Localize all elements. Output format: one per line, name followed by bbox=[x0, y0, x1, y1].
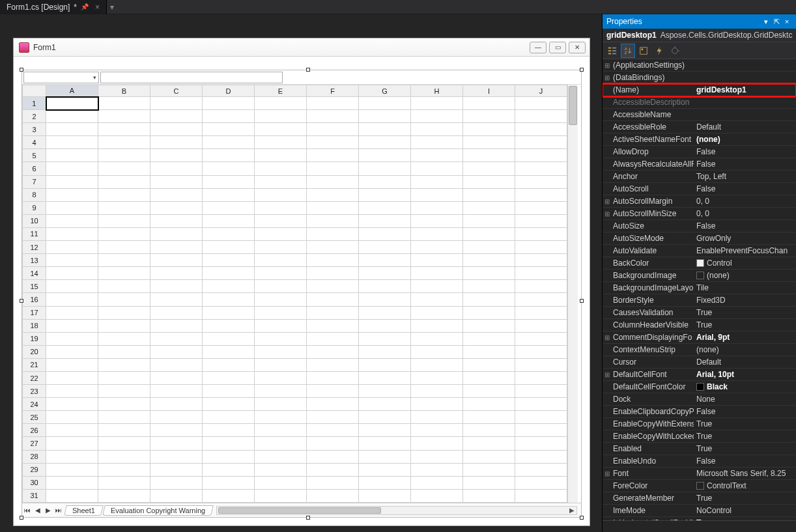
cell[interactable] bbox=[463, 188, 515, 201]
cell[interactable] bbox=[359, 332, 411, 345]
property-row[interactable]: BackgroundImageLayoTile bbox=[603, 282, 796, 294]
property-row[interactable]: EnableUndoFalse bbox=[603, 455, 796, 468]
row-header[interactable]: 27 bbox=[23, 437, 46, 450]
property-row[interactable]: IsHorizontalScrollBarVisTrue bbox=[603, 517, 796, 520]
cell[interactable] bbox=[98, 280, 150, 293]
prev-sheet-button[interactable]: ◀ bbox=[33, 505, 43, 516]
row-header[interactable]: 13 bbox=[23, 254, 46, 267]
property-row[interactable]: CursorDefault bbox=[603, 356, 796, 369]
cell[interactable] bbox=[463, 385, 515, 398]
property-row[interactable]: ⊞FontMicrosoft Sans Serif, 8.25 bbox=[603, 468, 796, 480]
property-row[interactable]: ⊞DefaultCellFontArial, 10pt bbox=[603, 369, 796, 381]
cell[interactable] bbox=[307, 254, 359, 267]
cell[interactable] bbox=[359, 149, 411, 162]
cell[interactable] bbox=[411, 385, 463, 398]
cell[interactable] bbox=[150, 123, 203, 136]
cell[interactable] bbox=[359, 411, 411, 424]
cell[interactable] bbox=[463, 319, 515, 332]
close-icon[interactable]: × bbox=[95, 3, 100, 12]
cell[interactable] bbox=[98, 489, 150, 502]
cell[interactable] bbox=[98, 476, 150, 489]
cell[interactable] bbox=[203, 254, 255, 267]
cell[interactable] bbox=[203, 214, 255, 227]
next-sheet-button[interactable]: ▶ bbox=[43, 505, 53, 516]
cell[interactable] bbox=[203, 306, 255, 319]
row-header[interactable]: 10 bbox=[23, 214, 46, 227]
cell[interactable] bbox=[46, 332, 98, 345]
cell[interactable] bbox=[255, 411, 307, 424]
cell[interactable] bbox=[515, 201, 567, 214]
cell[interactable] bbox=[411, 437, 463, 450]
property-row[interactable]: GenerateMemberTrue bbox=[603, 492, 796, 505]
property-value[interactable]: False bbox=[694, 221, 796, 231]
cell[interactable] bbox=[463, 267, 515, 280]
cell[interactable] bbox=[307, 280, 359, 293]
categorized-button[interactable] bbox=[605, 44, 619, 58]
cell[interactable] bbox=[515, 319, 567, 332]
cell[interactable] bbox=[255, 358, 307, 371]
cell[interactable] bbox=[46, 293, 98, 306]
cell[interactable] bbox=[203, 175, 255, 188]
properties-header[interactable]: Properties ▾ ⇱ × bbox=[603, 14, 796, 29]
cell[interactable] bbox=[463, 280, 515, 293]
formula-bar[interactable] bbox=[100, 72, 283, 83]
row-header[interactable]: 29 bbox=[23, 463, 46, 476]
cell[interactable] bbox=[463, 476, 515, 489]
property-row[interactable]: AnchorTop, Left bbox=[603, 171, 796, 183]
cell[interactable] bbox=[411, 136, 463, 149]
property-value[interactable]: Top, Left bbox=[694, 172, 796, 181]
property-row[interactable]: EnableClipboardCopyPFalse bbox=[603, 406, 796, 418]
cell[interactable] bbox=[515, 332, 567, 345]
property-row[interactable]: ImeModeNoControl bbox=[603, 505, 796, 517]
cell[interactable] bbox=[463, 201, 515, 214]
cell[interactable] bbox=[203, 227, 255, 240]
cell[interactable] bbox=[515, 227, 567, 240]
row-header[interactable]: 16 bbox=[23, 293, 46, 306]
cell[interactable] bbox=[411, 476, 463, 489]
cell[interactable] bbox=[411, 411, 463, 424]
cell[interactable] bbox=[46, 476, 98, 489]
property-row[interactable]: ⊞AutoScrollMinSize0, 0 bbox=[603, 208, 796, 220]
property-row[interactable]: ContextMenuStrip(none) bbox=[603, 344, 796, 356]
cell[interactable] bbox=[46, 489, 98, 502]
cell[interactable] bbox=[515, 280, 567, 293]
row-header[interactable]: 31 bbox=[23, 489, 46, 502]
cell[interactable] bbox=[411, 371, 463, 384]
cell[interactable] bbox=[463, 424, 515, 437]
property-row[interactable]: EnabledTrue bbox=[603, 443, 796, 455]
cell[interactable] bbox=[411, 227, 463, 240]
property-value[interactable]: Default bbox=[694, 122, 796, 132]
cell[interactable] bbox=[255, 254, 307, 267]
cell[interactable] bbox=[46, 463, 98, 476]
properties-button[interactable] bbox=[636, 44, 651, 58]
property-value[interactable]: False bbox=[694, 160, 796, 169]
cell[interactable] bbox=[150, 385, 203, 398]
cell[interactable] bbox=[515, 293, 567, 306]
cell[interactable] bbox=[463, 254, 515, 267]
cell[interactable] bbox=[463, 306, 515, 319]
cell[interactable] bbox=[46, 267, 98, 280]
row-header[interactable]: 3 bbox=[23, 123, 46, 136]
cell[interactable] bbox=[255, 489, 307, 502]
cell[interactable] bbox=[255, 97, 307, 110]
property-value[interactable]: Microsoft Sans Serif, 8.25 bbox=[694, 469, 796, 478]
cell[interactable] bbox=[463, 175, 515, 188]
cell[interactable] bbox=[46, 345, 98, 358]
cell[interactable] bbox=[98, 241, 150, 254]
cell[interactable] bbox=[203, 136, 255, 149]
cell[interactable] bbox=[46, 201, 98, 214]
cell[interactable] bbox=[255, 136, 307, 149]
cell[interactable] bbox=[515, 424, 567, 437]
cell[interactable] bbox=[359, 437, 411, 450]
cell[interactable] bbox=[98, 437, 150, 450]
cell[interactable] bbox=[463, 398, 515, 411]
cell[interactable] bbox=[150, 476, 203, 489]
name-box[interactable]: ▾ bbox=[23, 72, 99, 83]
select-all-corner[interactable] bbox=[23, 85, 46, 97]
property-row[interactable]: CausesValidationTrue bbox=[603, 307, 796, 319]
cell[interactable] bbox=[255, 214, 307, 227]
cell[interactable] bbox=[359, 254, 411, 267]
cell[interactable] bbox=[307, 162, 359, 175]
last-sheet-button[interactable]: ⏭ bbox=[53, 505, 64, 516]
cell[interactable] bbox=[515, 345, 567, 358]
